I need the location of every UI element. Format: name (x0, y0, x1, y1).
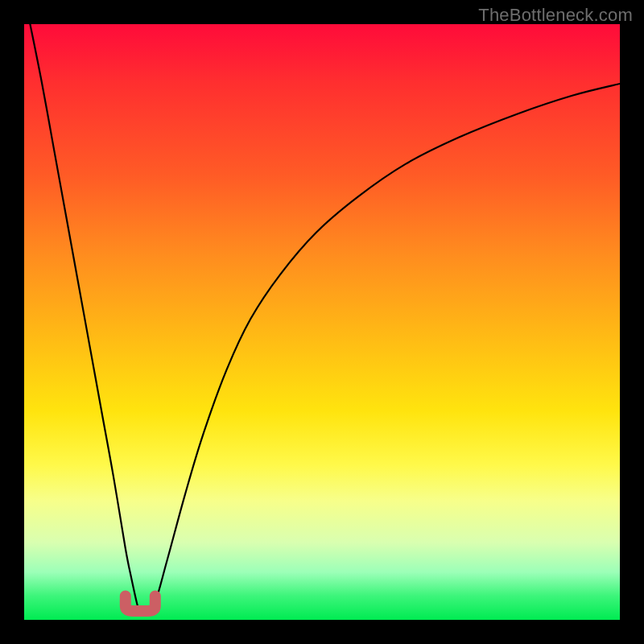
attribution-text: TheBottleneck.com (478, 5, 633, 26)
chart-frame (24, 24, 620, 620)
curve-right-branch (147, 84, 620, 614)
curve-left-branch (30, 24, 140, 614)
chart-svg (24, 24, 620, 620)
chart-stage: TheBottleneck.com (0, 0, 644, 644)
minimum-u-marker (126, 596, 155, 611)
